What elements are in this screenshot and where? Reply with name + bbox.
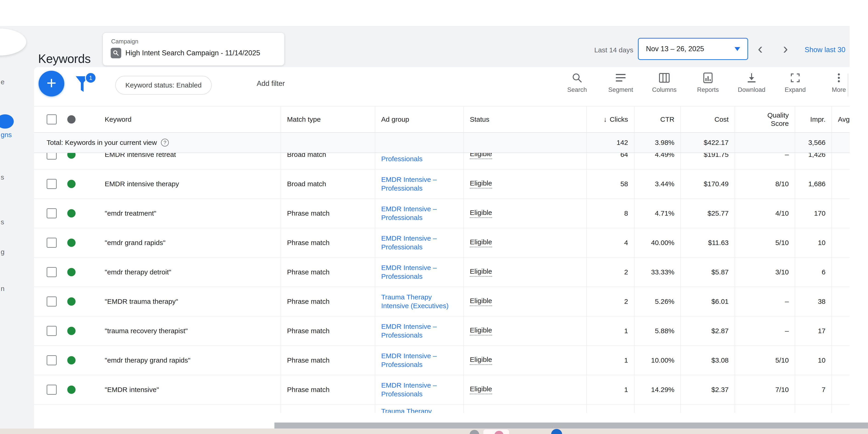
keyword-text: "emdr therapy grand rapids" <box>105 356 190 364</box>
match-type-cell: Phrase match <box>281 375 375 404</box>
download-button[interactable]: Download <box>730 72 773 93</box>
header-clicks[interactable]: ↓ Clicks <box>586 106 634 132</box>
ad-group-link[interactable]: EMDR Intensive – Professionals <box>381 322 458 340</box>
metric-cost: $6.01 <box>680 287 735 316</box>
metric-quality-score: – <box>735 287 795 316</box>
row-checkbox[interactable] <box>46 153 57 160</box>
date-range-button[interactable]: Nov 13 – 26, 2025 <box>638 38 748 60</box>
status-eligible[interactable]: Eligible <box>470 238 492 247</box>
metric-impressions: 6 <box>795 258 832 286</box>
sidebar-item-campaigns-fragment[interactable]: gns <box>1 131 12 139</box>
campaign-selector-label: Campaign <box>111 38 277 45</box>
row-checkbox[interactable] <box>46 355 57 365</box>
table-row: Trauma Therapy <box>34 405 849 413</box>
metric-clicks: 8 <box>586 199 634 228</box>
row-checkbox[interactable] <box>46 238 57 248</box>
table-row: "emdr treatment"Phrase matchEMDR Intensi… <box>34 199 849 228</box>
status-eligible[interactable]: Eligible <box>470 179 492 188</box>
ad-group-link[interactable]: EMDR Intensive – Professionals <box>381 205 458 222</box>
match-type-cell: Broad match <box>281 153 375 169</box>
ad-group-link[interactable]: EMDR Intensive – Professionals <box>381 175 458 193</box>
row-checkbox[interactable] <box>46 179 57 189</box>
next-period-chevron-icon[interactable]: › <box>783 39 788 58</box>
metric-cost: $170.49 <box>680 169 735 198</box>
search-label: Search <box>567 86 587 93</box>
more-label: More <box>832 86 846 93</box>
download-label: Download <box>738 86 765 93</box>
match-type-cell: Phrase match <box>281 228 375 257</box>
header-status[interactable]: Status <box>463 106 586 132</box>
header-avg-clipped[interactable]: Avg <box>832 106 849 132</box>
ad-group-link[interactable]: EMDR Intensive – Professionals <box>381 234 458 251</box>
expand-label: Expand <box>785 86 806 93</box>
add-filter-button[interactable]: Add filter <box>257 80 285 88</box>
horizontal-scrollbar[interactable] <box>274 423 868 429</box>
status-cell: Eligible <box>463 258 586 286</box>
status-eligible[interactable]: Eligible <box>470 268 492 277</box>
sidebar-item-fragment[interactable]: e <box>1 78 5 86</box>
metric-clicks: 1 <box>586 316 634 345</box>
ad-group-link[interactable]: Trauma Therapy <box>381 407 432 413</box>
add-keyword-button[interactable]: + <box>38 71 64 96</box>
status-eligible[interactable]: Eligible <box>470 385 492 394</box>
enabled-status-dot-icon <box>67 327 75 335</box>
header-keyword[interactable]: Keyword <box>105 116 131 123</box>
status-cell: Eligible <box>463 316 586 345</box>
row-checkbox[interactable] <box>46 267 57 277</box>
search-button[interactable]: Search <box>555 72 599 93</box>
filter-button[interactable]: 1 <box>75 74 100 99</box>
totals-avg <box>832 133 849 153</box>
sidebar-item-fragment[interactable]: s <box>1 218 4 226</box>
columns-button[interactable]: Columns <box>643 72 686 93</box>
header-impressions[interactable]: Impr. <box>795 106 832 132</box>
status-eligible[interactable]: Eligible <box>470 356 492 365</box>
ad-group-link[interactable]: EMDR Intensive – Professionals <box>381 264 458 281</box>
totals-quality-score <box>735 133 795 153</box>
totals-ctr: 3.98% <box>634 133 680 153</box>
expand-button[interactable]: Expand <box>773 72 817 93</box>
campaign-selector[interactable]: Campaign High Intent Search Campaign - 1… <box>103 33 284 65</box>
table-toolbar: + 1 Keyword status: Enabled Add filter S… <box>34 67 849 106</box>
match-type-cell <box>281 405 375 413</box>
row-checkbox[interactable] <box>46 384 57 395</box>
ad-group-link[interactable]: Trauma Therapy Intensive (Executives) <box>381 293 458 310</box>
header-ctr[interactable]: CTR <box>634 106 680 132</box>
metric-impressions: 10 <box>795 228 832 257</box>
status-eligible[interactable]: Eligible <box>470 153 492 159</box>
sidebar-item-fragment[interactable]: g <box>1 248 5 256</box>
header-cost[interactable]: Cost <box>680 106 735 132</box>
status-cell: Eligible <box>463 153 586 169</box>
help-icon[interactable]: ? <box>161 139 169 147</box>
metric-clicks: 2 <box>586 258 634 286</box>
more-button[interactable]: More <box>817 72 849 93</box>
row-checkbox[interactable] <box>46 208 57 218</box>
totals-row: Total: Keywords in your current view ? 1… <box>34 133 849 153</box>
keyword-status-filter-chip[interactable]: Keyword status: Enabled <box>115 76 212 95</box>
row-checkbox[interactable] <box>46 297 57 307</box>
status-eligible[interactable]: Eligible <box>470 326 492 336</box>
ad-group-link[interactable]: EMDR Intensive – Professionals <box>381 381 458 398</box>
header-ad-group[interactable]: Ad group <box>375 106 463 132</box>
reports-button[interactable]: Reports <box>686 72 730 93</box>
header-quality-score[interactable]: Quality Score <box>735 106 795 132</box>
header-match-type[interactable]: Match type <box>281 106 375 132</box>
ad-group-link[interactable]: EMDR Intensive – Professionals <box>381 351 458 369</box>
date-range-value: Nov 13 – 26, 2025 <box>646 45 704 53</box>
avg-cell-clipped <box>832 316 849 345</box>
ad-group-cell: EMDR Intensive – Professionals <box>375 199 463 228</box>
show-last-30-link[interactable]: Show last 30 <box>805 46 845 54</box>
select-all-checkbox[interactable] <box>46 114 57 124</box>
metric-impressions: 7 <box>795 375 832 404</box>
segment-button[interactable]: Segment <box>599 72 643 93</box>
status-cell: Eligible <box>463 346 586 375</box>
status-eligible[interactable]: Eligible <box>470 297 492 306</box>
sidebar-item-fragment[interactable]: n <box>1 285 5 292</box>
status-cell <box>463 405 586 413</box>
status-eligible[interactable]: Eligible <box>470 209 492 218</box>
sidebar-item-fragment[interactable]: s <box>1 174 4 181</box>
ad-group-cell: Trauma Therapy Intensive (Executives) <box>375 287 463 316</box>
dock-app-card[interactable] <box>484 429 509 434</box>
row-checkbox[interactable] <box>46 326 57 336</box>
previous-period-chevron-icon[interactable]: ‹ <box>758 39 763 58</box>
ad-group-link[interactable]: EMDR Intensive – Professionals <box>381 153 458 163</box>
